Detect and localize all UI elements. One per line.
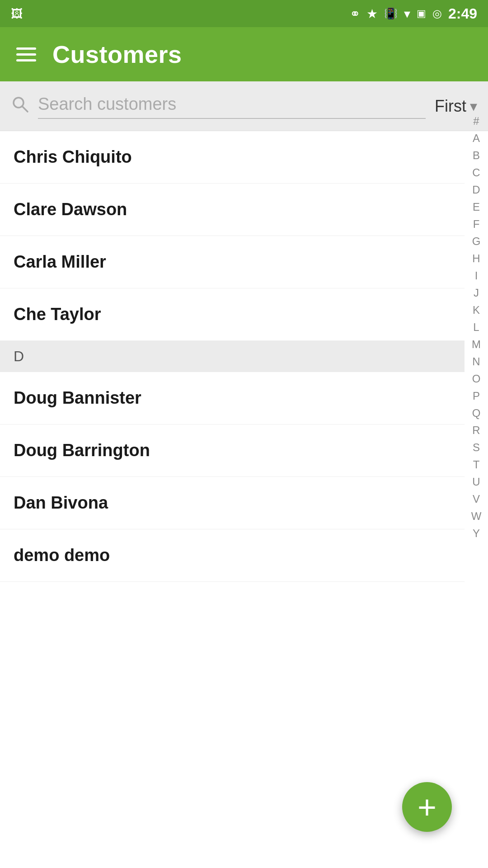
alpha-J[interactable]: J	[465, 285, 488, 301]
status-bar-left: 🖼	[11, 7, 23, 21]
list-item[interactable]: Carla Miller	[0, 236, 465, 288]
hamburger-menu-button[interactable]	[16, 47, 36, 61]
alpha-W[interactable]: W	[465, 508, 488, 524]
alpha-P[interactable]: P	[465, 388, 488, 404]
alpha-A[interactable]: A	[465, 130, 488, 146]
add-customer-button[interactable]: +	[402, 782, 452, 832]
star-icon: ★	[366, 6, 378, 21]
sort-label: First	[435, 97, 466, 116]
list-item[interactable]: Doug Bannister	[0, 372, 465, 425]
alphabet-index: #ABCDEFGHIJKLMNOPQRSTUVWY	[465, 108, 488, 546]
alpha-E[interactable]: E	[465, 199, 488, 215]
list-item[interactable]: Chris Chiquito	[0, 131, 465, 184]
list-item[interactable]: Che Taylor	[0, 288, 465, 341]
search-bar: First ▾	[0, 81, 488, 131]
list-item[interactable]: Dan Bivona	[0, 477, 465, 529]
alpha-V[interactable]: V	[465, 491, 488, 507]
customer-name: Dan Bivona	[14, 493, 108, 512]
list-item[interactable]: demo demo	[0, 529, 465, 582]
alpha-Y[interactable]: Y	[465, 525, 488, 542]
alpha-L[interactable]: L	[465, 319, 488, 335]
alpha-R[interactable]: R	[465, 422, 488, 439]
alpha-Q[interactable]: Q	[465, 405, 488, 421]
battery-icon: ◎	[432, 7, 442, 20]
alpha-C[interactable]: C	[465, 165, 488, 181]
customer-name: demo demo	[14, 546, 110, 565]
search-icon	[11, 95, 29, 117]
alpha-O[interactable]: O	[465, 371, 488, 387]
customer-name: Che Taylor	[14, 305, 101, 324]
customer-name: Clare Dawson	[14, 200, 127, 219]
bluetooth-icon: ⚭	[350, 6, 360, 21]
customer-name: Chris Chiquito	[14, 147, 132, 166]
customer-name: Carla Miller	[14, 252, 106, 271]
vibrate-icon: 📳	[384, 7, 398, 20]
app-bar: Customers	[0, 27, 488, 81]
status-bar-right: ⚭ ★ 📳 ▾ ▣ ◎ 2:49	[350, 5, 477, 22]
alpha-G[interactable]: G	[465, 233, 488, 250]
customer-name: Doug Bannister	[14, 388, 141, 407]
alpha-U[interactable]: U	[465, 474, 488, 490]
list-item[interactable]: Doug Barrington	[0, 425, 465, 477]
wifi-icon: ▾	[404, 6, 410, 21]
customer-list: Chris ChiquitoClare DawsonCarla MillerCh…	[0, 131, 488, 582]
search-input[interactable]	[38, 94, 426, 119]
alpha-H[interactable]: H	[465, 250, 488, 267]
status-time: 2:49	[448, 5, 477, 22]
alpha-K[interactable]: K	[465, 302, 488, 318]
section-header-D: D	[0, 341, 465, 372]
alpha-D[interactable]: D	[465, 182, 488, 198]
alpha-T[interactable]: T	[465, 457, 488, 473]
alpha-I[interactable]: I	[465, 268, 488, 284]
signal-icon: ▣	[417, 8, 426, 19]
alpha-S[interactable]: S	[465, 439, 488, 456]
status-bar: 🖼 ⚭ ★ 📳 ▾ ▣ ◎ 2:49	[0, 0, 488, 27]
add-icon: +	[418, 791, 436, 823]
image-icon: 🖼	[11, 7, 23, 21]
list-item[interactable]: Clare Dawson	[0, 184, 465, 236]
alpha-#[interactable]: #	[465, 113, 488, 129]
alpha-N[interactable]: N	[465, 354, 488, 370]
alpha-F[interactable]: F	[465, 216, 488, 232]
svg-line-1	[22, 106, 28, 112]
alpha-M[interactable]: M	[465, 336, 488, 353]
customer-name: Doug Barrington	[14, 441, 150, 460]
page-title: Customers	[52, 40, 182, 68]
alpha-B[interactable]: B	[465, 147, 488, 164]
